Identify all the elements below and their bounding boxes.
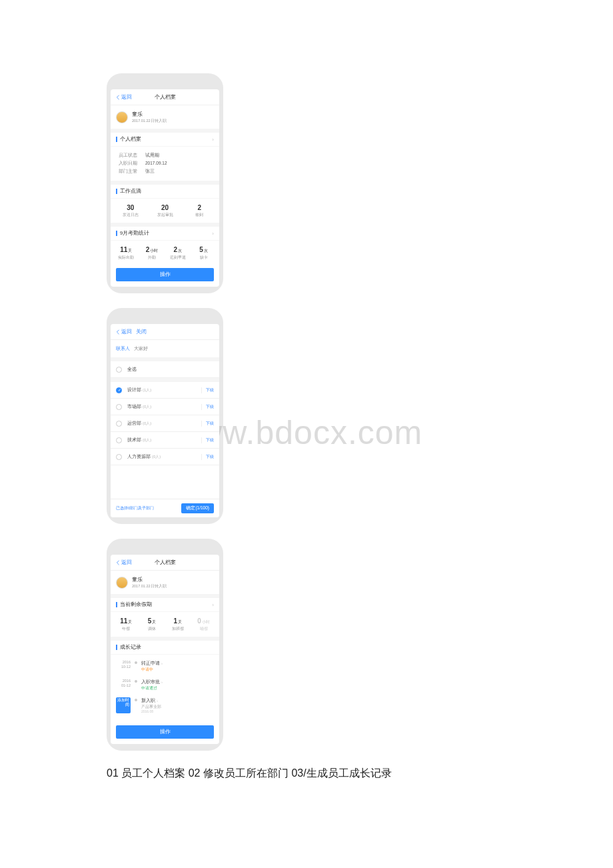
- chevron-left-icon: [116, 560, 120, 565]
- kv-row: 入职日期2017.09.12: [119, 161, 211, 167]
- sub-link[interactable]: 下级: [201, 387, 214, 393]
- back-button[interactable]: 返回: [116, 559, 132, 566]
- radio[interactable]: [116, 387, 122, 393]
- dept-item[interactable]: 技术部(0人)下级: [111, 432, 219, 449]
- kv-key: 员工状态: [119, 153, 140, 159]
- stat-num: 1: [174, 617, 178, 625]
- tl-sub2: 2016.08: [141, 709, 161, 713]
- stat[interactable]: 5天调休: [139, 617, 165, 631]
- stat-unit: 小时: [150, 249, 158, 253]
- dept-item[interactable]: 设计部(1人)下级: [111, 382, 219, 399]
- attend-stats: 11天实际出勤 2小时外勤 2次迟到早退 5次缺卡: [111, 241, 219, 265]
- stat-num: 5: [199, 246, 203, 253]
- radio[interactable]: [116, 437, 122, 443]
- profile-row: 童乐 2017.01.22日转入职: [111, 105, 219, 129]
- radio[interactable]: [116, 404, 122, 410]
- profile-name: 童乐: [132, 576, 167, 583]
- stat[interactable]: 1天加班假: [165, 617, 191, 631]
- sub-link[interactable]: 下级: [201, 437, 214, 443]
- sub-link[interactable]: 下级: [201, 454, 214, 460]
- chevron-right-icon: ›: [161, 661, 163, 665]
- tl-body: 新入职›产品事业部2016.08: [141, 697, 161, 713]
- stat-unit: 天: [178, 620, 182, 624]
- avatar: [116, 577, 128, 589]
- section-attend-title: 9月考勤统计: [120, 230, 212, 237]
- stat[interactable]: 2小时外勤: [139, 246, 165, 260]
- stat-unit: 天: [128, 249, 132, 253]
- radio[interactable]: [116, 421, 122, 427]
- action-button[interactable]: 操作: [116, 725, 214, 739]
- kv-val: 2017.09.12: [145, 161, 167, 167]
- section-growth-title: 成长记录: [120, 644, 214, 651]
- phone-2: 返回 关闭 联系人 大家好 全选 设计部(1人)下级市场部(0人)下级运营部(0…: [107, 308, 223, 524]
- kv-row: 部门主管张三: [119, 169, 211, 175]
- section-attend[interactable]: 9月考勤统计 ›: [111, 223, 219, 241]
- stat[interactable]: 5次缺卡: [191, 246, 217, 260]
- stat[interactable]: 0小时哺假: [191, 617, 217, 631]
- chevron-right-icon: ›: [212, 602, 214, 608]
- section-leave[interactable]: 当前剩余假期 ›: [111, 594, 219, 612]
- radio[interactable]: [116, 454, 122, 460]
- dept-name: 人力资源部(0人): [127, 453, 201, 460]
- close-button[interactable]: 关闭: [136, 328, 147, 335]
- caption: 01 员工个人档案 02 修改员工所在部门 03/生成员工成长记录: [107, 767, 506, 781]
- dept-count: (0人): [152, 455, 161, 459]
- chevron-left-icon: [116, 329, 120, 335]
- tl-date: 201610-12: [116, 660, 131, 672]
- dept-count: (0人): [143, 421, 151, 425]
- stat[interactable]: 11天实际出勤: [113, 246, 139, 260]
- tl-date-badge: 添加时间: [116, 697, 131, 713]
- section-work-title: 工作点滴: [120, 188, 214, 195]
- back-button[interactable]: 返回: [116, 328, 132, 335]
- tl-body: 入职审批›申请通过: [141, 679, 163, 691]
- stat[interactable]: 11天年假: [113, 617, 139, 631]
- kv-list: 员工状态试用期 入职日期2017.09.12 部门主管张三: [111, 147, 219, 181]
- leave-stats: 11天年假 5天调休 1天加班假 0小时哺假: [111, 612, 219, 637]
- stat-label: 缺卡: [191, 255, 217, 260]
- tl-title: 新入职›: [141, 697, 161, 704]
- action-button[interactable]: 操作: [116, 268, 214, 281]
- select-all-label: 全选: [127, 366, 214, 373]
- radio[interactable]: [116, 367, 122, 373]
- stat-num: 11: [120, 246, 127, 253]
- section-growth: 成长记录: [111, 637, 219, 655]
- tl-dot: [135, 680, 137, 683]
- stat[interactable]: 20发起审批: [148, 204, 183, 217]
- screen-1: 返回 个人档案 童乐 2017.01.22日转入职 个人档案 › 员工状态试用期…: [111, 89, 219, 287]
- timeline-item[interactable]: 添加时间新入职›产品事业部2016.08: [116, 697, 214, 713]
- screen-3: 返回 个人档案 童乐 2017.01.22日转入职 当前剩余假期 › 11天年假…: [111, 555, 219, 744]
- timeline-item[interactable]: 201610-12转正申请›申请中: [116, 660, 214, 672]
- tl-dot: [135, 699, 137, 701]
- tl-title: 转正申请›: [141, 660, 163, 667]
- tl-title: 入职审批›: [141, 679, 163, 685]
- sub-link[interactable]: 下级: [201, 404, 214, 410]
- stat-label: 加班假: [165, 627, 191, 631]
- kv-val: 试用期: [145, 153, 159, 159]
- chevron-right-icon: ›: [212, 231, 214, 237]
- timeline-item[interactable]: 201601-12入职审批›申请通过: [116, 679, 214, 691]
- page-title: 个人档案: [155, 93, 176, 101]
- kv-key: 部门主管: [119, 169, 140, 175]
- stat-num: 11: [120, 617, 127, 625]
- dept-item[interactable]: 运营部(0人)下级: [111, 415, 219, 432]
- back-label: 返回: [121, 93, 132, 101]
- stat-label: 哺假: [191, 627, 217, 631]
- sub-link[interactable]: 下级: [201, 421, 214, 427]
- header: 返回 关闭: [111, 324, 219, 340]
- stat[interactable]: 30发送日志: [113, 204, 148, 217]
- contact-label: 联系人: [116, 346, 130, 351]
- back-button[interactable]: 返回: [116, 93, 132, 101]
- dept-item[interactable]: 人力资源部(0人)下级: [111, 449, 219, 465]
- stat[interactable]: 2签到: [182, 204, 217, 217]
- screen-2: 返回 关闭 联系人 大家好 全选 设计部(1人)下级市场部(0人)下级运营部(0…: [111, 324, 219, 517]
- confirm-button[interactable]: 确定(1/100): [181, 503, 214, 513]
- back-label: 返回: [121, 328, 132, 335]
- section-profile[interactable]: 个人档案 ›: [111, 129, 219, 147]
- stat-label: 签到: [182, 213, 217, 217]
- chevron-right-icon: ›: [161, 680, 163, 684]
- select-all-item[interactable]: 全选: [111, 361, 219, 378]
- stat-unit: 次: [178, 249, 182, 253]
- footer-summary[interactable]: 已选择0部门及子部门: [116, 505, 154, 511]
- stat[interactable]: 2次迟到早退: [165, 246, 191, 260]
- dept-item[interactable]: 市场部(0人)下级: [111, 399, 219, 415]
